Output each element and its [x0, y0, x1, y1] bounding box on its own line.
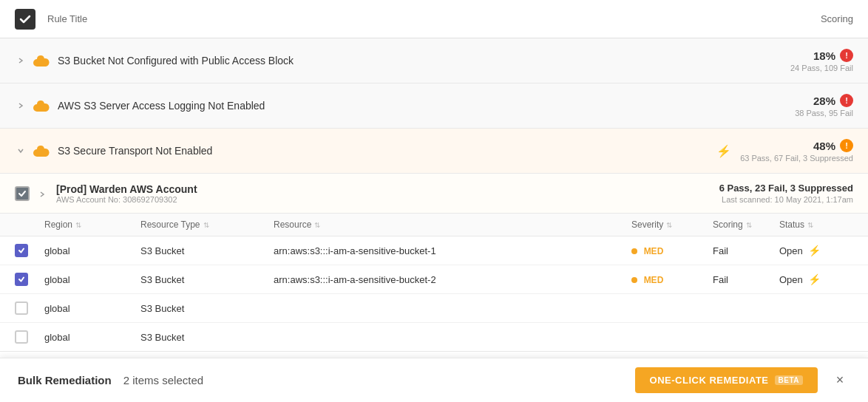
account-score-area: 6 Pass, 23 Fail, 3 Suppressed Last scann… — [719, 183, 853, 204]
row-1-status: Open ⚡ — [779, 245, 853, 256]
row-2-status: Open ⚡ — [779, 273, 853, 285]
resource-type-sort-icon: ⇅ — [203, 221, 209, 229]
rule-row-3: S3 Secure Transport Not Enabled ⚡ 48% ! … — [0, 129, 868, 174]
account-number: AWS Account No: 308692709302 — [56, 195, 719, 204]
row-3-check-cell — [15, 302, 44, 315]
row-1-resource-type: S3 Bucket — [140, 245, 274, 256]
row-2-resource: arn:aws:s3:::i-am-a-sensitive-bucket-2 — [274, 274, 631, 285]
row-3-resource-type: S3 Bucket — [140, 303, 274, 314]
rule-1-score-pct: 18% — [813, 50, 835, 62]
table-row: global S3 Bucket — [0, 323, 868, 351]
table-row: global S3 Bucket arn:aws:s3:::i-am-a-sen… — [0, 236, 868, 265]
row-2-resource-type: S3 Bucket — [140, 274, 274, 285]
severity-sort-icon: ⇅ — [666, 221, 672, 229]
row-2-check-cell — [15, 273, 44, 286]
rule-1-title: S3 Bucket Not Configured with Public Acc… — [58, 55, 790, 67]
rule-2-score-badge: ! — [840, 94, 853, 107]
row-2-checkbox[interactable] — [15, 273, 28, 286]
rule-3-title: S3 Secure Transport Not Enabled — [58, 145, 716, 157]
chevron-right-icon[interactable] — [15, 55, 27, 67]
row-4-check-cell — [15, 330, 44, 344]
row-1-resource: arn:aws:s3:::i-am-a-sensitive-bucket-1 — [274, 245, 631, 256]
rule-2-score-pct: 28% — [813, 95, 835, 107]
rule-3-score-sub: 63 Pass, 67 Fail, 3 Suppressed — [740, 154, 853, 163]
header: Rule Title Scoring — [0, 0, 868, 38]
row-4-resource-type: S3 Bucket — [140, 332, 274, 343]
table-row: global S3 Bucket — [0, 294, 868, 323]
row-3-region: global — [44, 303, 140, 314]
cloud-icon-2 — [33, 97, 50, 115]
resource-sort-icon: ⇅ — [314, 221, 320, 229]
cloud-icon-3 — [33, 142, 50, 160]
rule-2-score-area: 28% ! 38 Pass, 95 Fail — [795, 94, 853, 117]
rule-1-score-area: 18% ! 24 Pass, 109 Fail — [790, 49, 853, 72]
chevron-down-icon[interactable] — [15, 145, 27, 157]
status-lightning-1: ⚡ — [808, 245, 821, 256]
header-checkbox[interactable] — [15, 9, 35, 30]
resources-table: Region ⇅ Resource Type ⇅ Resource ⇅ Seve… — [0, 214, 868, 352]
account-expand-icon[interactable] — [38, 189, 47, 198]
col-region-header[interactable]: Region ⇅ — [44, 219, 140, 230]
rule-3-score-pct: 48% — [813, 140, 835, 152]
status-sort-icon: ⇅ — [807, 221, 813, 229]
severity-dot-2 — [631, 277, 637, 283]
row-4-region: global — [44, 332, 140, 343]
cloud-icon-1 — [33, 52, 50, 69]
account-name: [Prod] Warden AWS Account — [56, 183, 719, 195]
rule-row-2: AWS S3 Server Access Logging Not Enabled… — [0, 84, 868, 129]
col-severity-header[interactable]: Severity ⇅ — [631, 219, 713, 230]
account-checkbox[interactable] — [15, 186, 30, 201]
rule-3-score-badge: ! — [840, 139, 853, 152]
table-header: Region ⇅ Resource Type ⇅ Resource ⇅ Seve… — [0, 214, 868, 236]
rule-2-title: AWS S3 Server Access Logging Not Enabled — [58, 100, 795, 112]
lightning-icon-rule3: ⚡ — [716, 144, 731, 158]
rule-1-score-sub: 24 Pass, 109 Fail — [790, 64, 853, 72]
account-row: [Prod] Warden AWS Account AWS Account No… — [0, 174, 868, 214]
row-4-checkbox[interactable] — [15, 330, 28, 344]
severity-dot-1 — [631, 248, 637, 254]
chevron-right-icon-2[interactable] — [15, 100, 27, 112]
row-2-region: global — [44, 274, 140, 285]
status-lightning-2: ⚡ — [808, 273, 821, 285]
account-info: [Prod] Warden AWS Account AWS Account No… — [56, 183, 719, 204]
account-score-main: 6 Pass, 23 Fail, 3 Suppressed — [719, 183, 853, 194]
rule-row-1: S3 Bucket Not Configured with Public Acc… — [0, 38, 868, 84]
rule-title-column-header: Rule Title — [47, 13, 821, 24]
rule-3-score-area: 48% ! 63 Pass, 67 Fail, 3 Suppressed — [740, 139, 853, 163]
col-resource-type-header[interactable]: Resource Type ⇅ — [140, 219, 274, 230]
row-1-check-cell — [15, 244, 44, 257]
account-score-sub: Last scanned: 10 May 2021, 1:17am — [722, 195, 853, 204]
col-resource-header[interactable]: Resource ⇅ — [274, 219, 631, 230]
region-sort-icon: ⇅ — [75, 221, 81, 229]
row-2-severity: MED — [631, 274, 713, 285]
row-3-checkbox[interactable] — [15, 302, 28, 315]
rule-1-score-badge: ! — [840, 49, 853, 62]
row-1-region: global — [44, 245, 140, 256]
rule-2-score-sub: 38 Pass, 95 Fail — [795, 109, 853, 117]
scoring-sort-icon: ⇅ — [746, 221, 752, 229]
table-row: global S3 Bucket arn:aws:s3:::i-am-a-sen… — [0, 265, 868, 294]
row-1-checkbox[interactable] — [15, 244, 28, 257]
col-status-header[interactable]: Status ⇅ — [779, 219, 853, 230]
row-1-scoring: Fail — [713, 245, 779, 256]
row-1-severity: MED — [631, 245, 713, 256]
row-2-scoring: Fail — [713, 274, 779, 285]
col-scoring-header[interactable]: Scoring ⇅ — [713, 219, 779, 230]
scoring-column-header: Scoring — [821, 13, 853, 24]
